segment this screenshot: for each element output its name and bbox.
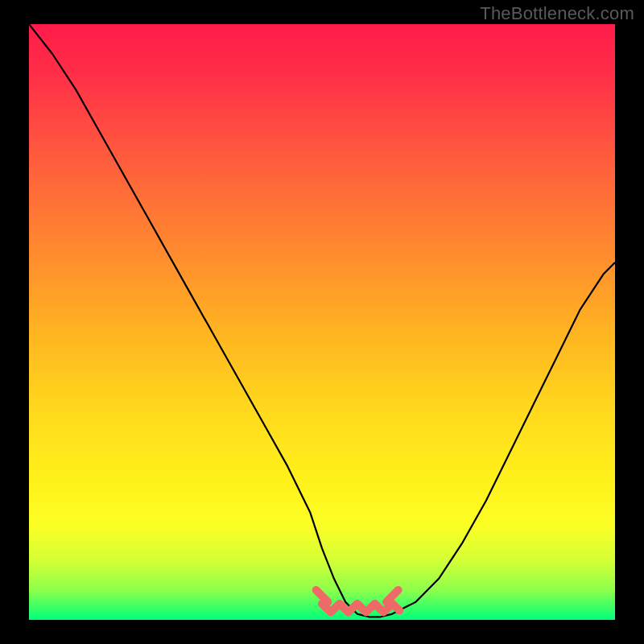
chart-frame: TheBottleneck.com xyxy=(0,0,644,644)
watermark-text: TheBottleneck.com xyxy=(480,3,634,24)
coral-trough-band xyxy=(316,590,400,612)
plot-area xyxy=(29,24,615,620)
coral-segment xyxy=(392,604,399,610)
coral-end-bump xyxy=(316,590,328,602)
curve-svg xyxy=(29,24,615,620)
coral-end-bump xyxy=(386,590,398,602)
bottleneck-curve xyxy=(29,24,615,617)
